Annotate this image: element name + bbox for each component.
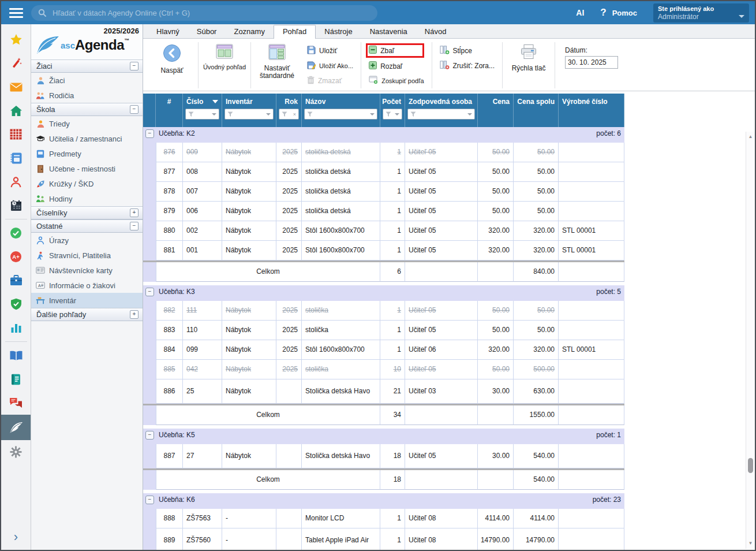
- sidebar-item--razy[interactable]: Úrazy: [31, 233, 143, 248]
- star-icon[interactable]: [1, 28, 31, 51]
- stats-icon[interactable]: [1, 316, 31, 340]
- date-input[interactable]: [565, 56, 618, 69]
- filter-cislo[interactable]: [185, 109, 219, 120]
- sidebar-item--iaci[interactable]: Žiaci: [31, 73, 143, 88]
- vertical-scrollbar[interactable]: ▲ ▼: [746, 132, 755, 549]
- hamburger-menu-icon[interactable]: [1, 8, 31, 18]
- group-collapse-button[interactable]: −: [145, 288, 154, 296]
- tab-pohľad[interactable]: Pohľad: [274, 25, 316, 39]
- calendar-clock-icon[interactable]: [1, 193, 31, 217]
- column-header-pocet[interactable]: Počet: [380, 94, 405, 127]
- person-icon[interactable]: [1, 170, 31, 193]
- home-icon[interactable]: [1, 99, 31, 122]
- ai-button[interactable]: AI: [576, 8, 584, 17]
- sidebar-item-predmety[interactable]: Predmety: [31, 146, 143, 161]
- sidebar-item-rodi-ia[interactable]: Rodičia: [31, 88, 143, 103]
- column-header-cislo[interactable]: Číslo: [183, 94, 222, 127]
- tab-zoznamy[interactable]: Zoznamy: [225, 25, 273, 38]
- column-header-nazov[interactable]: Názov: [302, 94, 380, 127]
- filter-rok[interactable]: ×: [279, 109, 299, 120]
- filter-inventar[interactable]: [224, 109, 274, 120]
- sidebar-item-invent-r[interactable]: Inventár: [31, 293, 143, 308]
- sidebar-section-ostatné[interactable]: Ostatné−: [31, 219, 143, 233]
- shield-check-icon[interactable]: [1, 292, 31, 316]
- columns-button[interactable]: Stĺpce: [440, 46, 495, 56]
- column-header-vyrobne[interactable]: Výrobné číslo: [559, 94, 624, 127]
- tab-súbor[interactable]: Súbor: [188, 25, 226, 38]
- table-row[interactable]: 881001Nábytok2025Stôl 1600x800x7001Učite…: [143, 241, 624, 260]
- table-row[interactable]: 889ZŠ7560-Tablet Apple iPad Air1Učiteľ 0…: [143, 528, 624, 550]
- collapse-section-icon[interactable]: −: [130, 105, 139, 114]
- column-header-inventar[interactable]: Inventár: [222, 94, 276, 127]
- tab-nastavenia[interactable]: Nastavenia: [361, 25, 416, 38]
- user-menu[interactable]: Ste prihlásený ako Administrátor: [653, 3, 749, 23]
- collapse-button[interactable]: Zbaľ: [369, 46, 417, 55]
- set-default-button[interactable]: Nastaviť štandardné: [253, 41, 301, 90]
- chat-icon[interactable]: [1, 391, 31, 415]
- sidebar-item-stravn-ci-platitelia[interactable]: Stravníci, Platitelia: [31, 248, 143, 263]
- timetable-icon[interactable]: [1, 122, 31, 146]
- tab-návod[interactable]: Návod: [416, 25, 455, 38]
- report-icon[interactable]: [1, 367, 31, 391]
- book-open-icon[interactable]: [1, 344, 31, 367]
- sidebar-section-číselníky[interactable]: Číselníky+: [31, 206, 143, 219]
- global-search[interactable]: [31, 5, 377, 21]
- table-row[interactable]: 878007Nábytok2025stolička detská1Učiteľ …: [143, 182, 624, 202]
- pencil-icon[interactable]: [1, 415, 31, 440]
- sidebar-item-kr-ky-kd[interactable]: Krúžky / ŠKD: [31, 176, 143, 191]
- expand-section-icon[interactable]: +: [130, 209, 139, 217]
- expand-sidebar-button[interactable]: ›: [14, 531, 18, 543]
- sidebar-item-triedy[interactable]: Triedy: [31, 116, 143, 131]
- delete-button[interactable]: Zmazať: [307, 76, 353, 86]
- expand-button[interactable]: Rozbaľ: [369, 61, 424, 71]
- scroll-down-icon[interactable]: ▼: [746, 539, 755, 548]
- table-row[interactable]: 885042Nábytok2025stolička10Učiteľ 0550.0…: [143, 360, 624, 379]
- briefcase-icon[interactable]: [1, 269, 31, 292]
- group-collapse-button[interactable]: −: [145, 431, 154, 440]
- filter-nazov[interactable]: [304, 109, 377, 120]
- column-header-osoba[interactable]: Zodpovedná osoba: [405, 94, 478, 127]
- sidebar-item-n-v-tevn-cke-karty[interactable]: Návštevnícke karty: [31, 263, 143, 278]
- back-button[interactable]: Naspäť: [148, 41, 196, 90]
- sidebar-item-u-ebne-miestnosti[interactable]: Učebne - miestnosti: [31, 161, 143, 176]
- notebook-icon[interactable]: [1, 146, 31, 170]
- table-row[interactable]: 88625NábytokStolička detská Havo21Učiteľ…: [143, 379, 624, 404]
- sidebar-item-hodiny[interactable]: Hodiny: [31, 191, 143, 206]
- table-row[interactable]: 88727NábytokStolička detská Havo18Učiteľ…: [143, 444, 624, 468]
- save-as-button[interactable]: Uložiť Ako...: [307, 61, 353, 71]
- table-row[interactable]: 879006Nábytok2025stolička detská1Učiteľ …: [143, 202, 624, 221]
- column-header-cena[interactable]: Cena: [478, 94, 514, 127]
- quick-print-button[interactable]: Rýchla tlač: [504, 41, 553, 90]
- mail-icon[interactable]: [1, 75, 31, 99]
- expand-section-icon[interactable]: +: [130, 310, 139, 319]
- tab-nástroje[interactable]: Nástroje: [316, 25, 361, 38]
- collapse-section-icon[interactable]: −: [130, 62, 139, 70]
- grade-icon[interactable]: A+: [1, 245, 31, 269]
- scrollbar-thumb[interactable]: [748, 458, 753, 473]
- group-collapse-button[interactable]: −: [145, 496, 154, 504]
- column-header-cena_spolu[interactable]: Cena spolu: [514, 94, 559, 127]
- table-row[interactable]: 882111Nábytok2025stolička1Učiteľ 0550.00…: [143, 301, 624, 321]
- collapse-section-icon[interactable]: −: [130, 222, 139, 230]
- cancel-sort-button[interactable]: Zrušiť: Zora...: [440, 61, 495, 71]
- home-view-button[interactable]: Úvodný pohľad: [200, 41, 249, 90]
- table-row[interactable]: 883110Nábytok2025stolička1Učiteľ 0550.00…: [143, 321, 624, 340]
- help-button[interactable]: ? Pomoc: [600, 7, 637, 18]
- filter-pocet[interactable]: [383, 109, 402, 120]
- check-circle-icon[interactable]: [1, 221, 31, 245]
- group-collapse-button[interactable]: −: [145, 129, 154, 138]
- scroll-up-icon[interactable]: ▲: [746, 133, 755, 141]
- table-row[interactable]: 888ZŠ7563-Monitor LCD1Učiteľ 084114.0041…: [143, 509, 624, 528]
- column-header-rok[interactable]: Rok×: [276, 94, 302, 127]
- table-row[interactable]: 884099Nábytok2025Stôl 1600x800x7001Učite…: [143, 340, 624, 360]
- group-by-button[interactable]: Zoskupiť podľa: [369, 76, 424, 85]
- search-input[interactable]: [51, 8, 370, 18]
- table-row[interactable]: 876009Nábytok2025stolička detská1Učiteľ …: [143, 143, 624, 162]
- sidebar-section-škola[interactable]: Škola−: [31, 103, 143, 116]
- sidebar-item-u-itelia-zamestnanci[interactable]: Učitelia / zamestnanci: [31, 131, 143, 146]
- table-row[interactable]: 880002Nábytok2025Stôl 1600x800x7001Učite…: [143, 221, 624, 241]
- sidebar-section-žiaci[interactable]: Žiaci−: [31, 59, 143, 73]
- table-row[interactable]: 877008Nábytok2025stolička detská1Učiteľ …: [143, 162, 624, 182]
- save-button[interactable]: Uložiť: [307, 46, 353, 56]
- tab-hlavný[interactable]: Hlavný: [148, 25, 188, 38]
